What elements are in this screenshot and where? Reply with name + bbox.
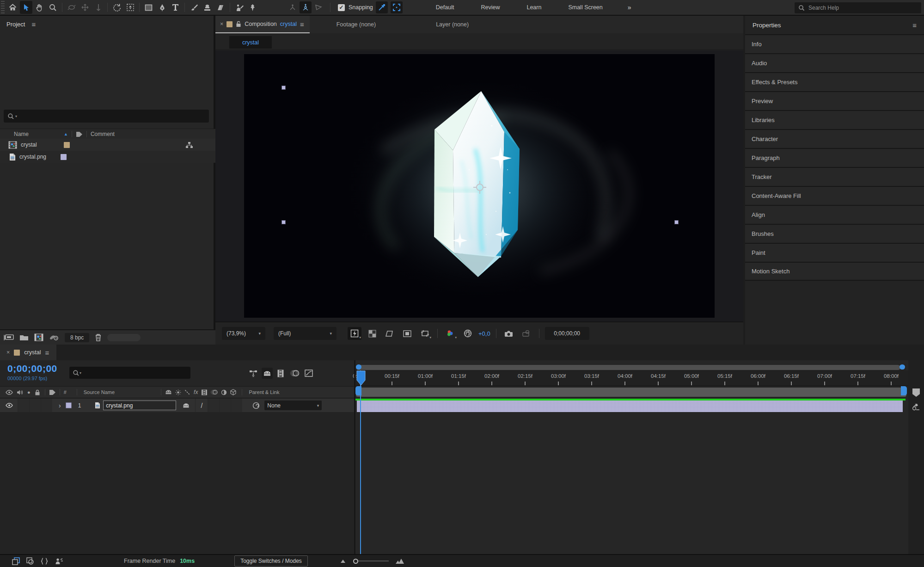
- solo-cell[interactable]: [30, 399, 41, 412]
- hand-tool[interactable]: [33, 1, 46, 14]
- panel-menu-icon[interactable]: ≡: [912, 21, 917, 29]
- layer-quality-toggle[interactable]: /: [196, 402, 208, 409]
- magnification-dropdown[interactable]: (73,9%) ▾: [222, 327, 265, 340]
- pickwhip-icon[interactable]: [252, 402, 260, 409]
- crop-to-roi-button[interactable]: ▾: [418, 327, 432, 340]
- bit-depth-button[interactable]: 8 bpc: [65, 333, 89, 342]
- home-button[interactable]: [6, 1, 19, 14]
- playhead-line[interactable]: [360, 370, 361, 554]
- comp-marker-bin-icon[interactable]: [912, 388, 920, 397]
- workspace-review[interactable]: Review: [481, 4, 500, 11]
- project-settings-icon[interactable]: [49, 334, 59, 341]
- roto-brush-tool[interactable]: [233, 1, 245, 14]
- guides-safe-areas-button[interactable]: [400, 327, 414, 340]
- puppet-pin-tool[interactable]: [246, 1, 259, 14]
- column-name[interactable]: Name: [14, 131, 29, 137]
- timeline-zoom-track[interactable]: [358, 561, 389, 561]
- new-composition-icon[interactable]: [34, 333, 43, 341]
- rotation-tool[interactable]: [110, 1, 123, 14]
- exposure-reset-button[interactable]: [461, 327, 475, 340]
- view-axis-mode[interactable]: [312, 1, 324, 13]
- help-search-field[interactable]: Search Help: [795, 2, 921, 13]
- zoom-in-mountains-icon[interactable]: [395, 558, 404, 564]
- current-time-indicator[interactable]: [356, 370, 366, 386]
- zoom-tool[interactable]: [47, 1, 59, 14]
- close-icon[interactable]: ×: [220, 21, 223, 27]
- horizontal-scrollbar[interactable]: [107, 334, 141, 341]
- eraser-tool[interactable]: [214, 1, 227, 14]
- frame-blend-cell[interactable]: [220, 399, 231, 412]
- column-index[interactable]: #: [64, 389, 67, 395]
- column-source-name[interactable]: Source Name: [84, 389, 115, 395]
- close-icon[interactable]: ×: [6, 349, 10, 356]
- panel-row-paragraph[interactable]: Paragraph: [745, 148, 924, 167]
- search-options-caret[interactable]: ▾: [15, 114, 17, 118]
- transparency-grid-button[interactable]: [365, 327, 379, 340]
- subtab-crystal[interactable]: crystal: [229, 36, 272, 49]
- snapping-checkbox[interactable]: ✓: [338, 4, 345, 11]
- type-tool[interactable]: [169, 1, 182, 14]
- snap-along-edges-button[interactable]: [376, 1, 388, 13]
- navigator-end-handle[interactable]: [900, 364, 905, 370]
- workspace-default[interactable]: Default: [436, 4, 454, 11]
- panel-row-align[interactable]: Align: [745, 205, 924, 224]
- panel-row-paint[interactable]: Paint: [745, 243, 924, 262]
- panel-row-brushes[interactable]: Brushes: [745, 224, 924, 243]
- solo-icon[interactable]: ●: [27, 389, 31, 395]
- column-parent-link[interactable]: Parent & Link: [249, 389, 279, 395]
- local-axis-mode[interactable]: [287, 1, 299, 13]
- graph-editor-button[interactable]: [303, 368, 314, 379]
- workspace-learn[interactable]: Learn: [526, 4, 541, 11]
- panel-menu-icon[interactable]: ≡: [31, 20, 36, 28]
- composition-canvas[interactable]: [244, 54, 715, 318]
- panel-row-content-aware-fill[interactable]: Content-Aware Fill: [745, 186, 924, 205]
- panel-menu-icon[interactable]: ≡: [300, 20, 304, 28]
- panel-row-libraries[interactable]: Libraries: [745, 110, 924, 129]
- layer-handle-right[interactable]: [675, 221, 678, 224]
- pan-camera-tool[interactable]: [79, 1, 91, 14]
- column-comment[interactable]: Comment: [91, 131, 115, 137]
- fx-cell[interactable]: [208, 399, 219, 412]
- label-tag-icon[interactable]: [76, 131, 83, 137]
- motion-blur-cell[interactable]: [231, 399, 242, 412]
- blend-mode-icon[interactable]: [26, 557, 34, 565]
- navigator-start-handle[interactable]: [356, 364, 361, 370]
- unlock-icon[interactable]: [236, 21, 241, 27]
- in-out-brackets-icon[interactable]: [40, 558, 49, 565]
- timeline-navigator[interactable]: [355, 364, 906, 370]
- resolution-dropdown[interactable]: (Full) ▾: [274, 327, 337, 340]
- panel-row-character[interactable]: Character: [745, 129, 924, 148]
- layer-name-field[interactable]: crystal.png: [103, 401, 176, 410]
- panel-row-audio[interactable]: Audio: [745, 53, 924, 72]
- project-item-crystal-png[interactable]: crystal.png: [0, 151, 215, 163]
- orbit-camera-tool[interactable]: [65, 1, 78, 14]
- timeline-empty-area[interactable]: [0, 412, 354, 554]
- lock-cell[interactable]: [41, 399, 52, 412]
- pen-tool[interactable]: [156, 1, 168, 14]
- layer-shy-icon[interactable]: [183, 403, 190, 408]
- dolly-camera-tool[interactable]: [92, 1, 104, 14]
- layer-video-eye-icon[interactable]: [6, 403, 13, 408]
- label-swatch-tan[interactable]: [64, 142, 70, 148]
- layer-label-swatch[interactable]: [66, 402, 72, 408]
- viewport-pasteboard[interactable]: [215, 50, 743, 321]
- tab-layer[interactable]: Layer (none): [422, 21, 483, 28]
- shy-toggle-button[interactable]: [262, 368, 273, 379]
- snap-to-features-button[interactable]: [391, 1, 403, 13]
- layer-handle-top-left[interactable]: [282, 86, 285, 89]
- parent-link-dropdown[interactable]: None ▾: [264, 401, 322, 410]
- selection-tool[interactable]: [20, 1, 32, 14]
- panel-row-effects-presets[interactable]: Effects & Presets: [745, 72, 924, 91]
- frame-blending-button[interactable]: [275, 368, 287, 379]
- layer-expander-icon[interactable]: ›: [59, 402, 61, 409]
- show-snapshot-button[interactable]: [520, 327, 533, 340]
- layer-duration-bar[interactable]: [357, 401, 903, 412]
- project-item-crystal[interactable]: crystal: [0, 139, 215, 151]
- panel-row-motion-sketch[interactable]: Motion Sketch: [745, 262, 924, 281]
- workspace-small-screen[interactable]: Small Screen: [568, 4, 602, 11]
- timeline-search-field[interactable]: ▾: [69, 367, 190, 379]
- camera-bounds-tool[interactable]: [124, 1, 136, 14]
- timeline-zoom-slider[interactable]: [353, 559, 358, 564]
- work-area-end-handle[interactable]: [901, 386, 907, 395]
- clone-stamp-tool[interactable]: [201, 1, 214, 14]
